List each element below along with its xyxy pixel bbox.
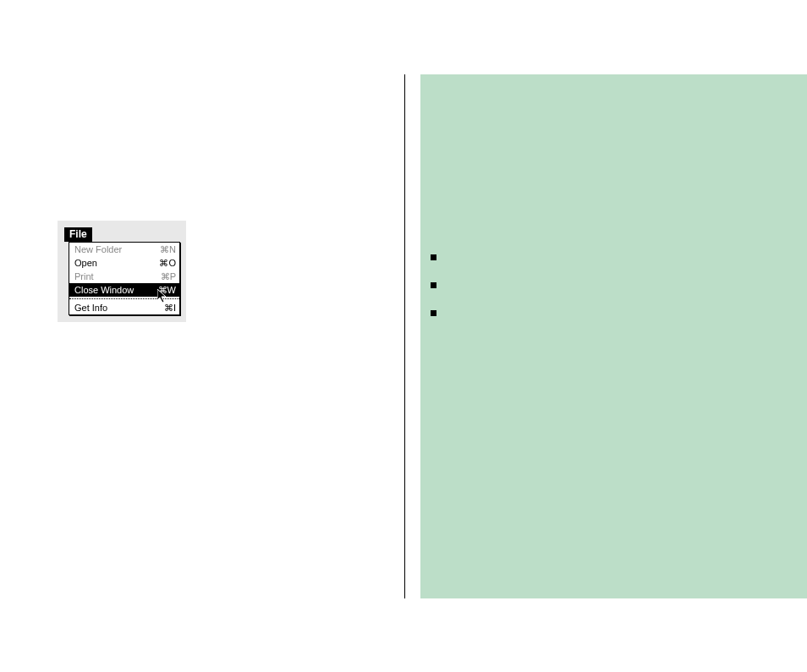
square-bullet-icon bbox=[431, 254, 436, 260]
menu-item-open[interactable]: Open ⌘O bbox=[69, 256, 179, 270]
menu-item-shortcut: ⌘W bbox=[158, 284, 176, 297]
bullet-item bbox=[431, 282, 436, 288]
square-bullet-icon bbox=[431, 282, 436, 288]
bullet-list bbox=[431, 254, 436, 338]
bullet-item bbox=[431, 254, 436, 260]
menu-item-label: Close Window bbox=[74, 284, 134, 297]
menu-item-label: Open bbox=[74, 257, 97, 270]
right-panel bbox=[420, 74, 807, 598]
menu-separator bbox=[69, 298, 179, 299]
vertical-divider bbox=[404, 74, 405, 598]
menu-item-label: Print bbox=[74, 270, 94, 283]
menu-title-label: File bbox=[69, 228, 87, 240]
menu-item-shortcut: ⌘P bbox=[161, 270, 176, 283]
menu-item-shortcut: ⌘N bbox=[160, 243, 176, 256]
menu-item-label: Get Info bbox=[74, 302, 107, 314]
square-bullet-icon bbox=[431, 310, 436, 316]
menu-item-close-window[interactable]: Close Window ⌘W bbox=[69, 283, 179, 297]
menu-item-get-info[interactable]: Get Info ⌘I bbox=[69, 301, 179, 314]
menu-title[interactable]: File bbox=[64, 227, 92, 242]
menu-item-new-folder: New Folder ⌘N bbox=[69, 243, 179, 256]
menu-item-print: Print ⌘P bbox=[69, 270, 179, 283]
menu-item-label: New Folder bbox=[74, 243, 122, 256]
bullet-item bbox=[431, 310, 436, 316]
menu-dropdown: New Folder ⌘N Open ⌘O Print ⌘P Close Win… bbox=[69, 242, 180, 315]
mac-menu-screenshot: File New Folder ⌘N Open ⌘O Print ⌘P Clos… bbox=[58, 221, 186, 322]
menu-item-shortcut: ⌘O bbox=[159, 257, 176, 270]
menu-item-shortcut: ⌘I bbox=[164, 302, 176, 314]
